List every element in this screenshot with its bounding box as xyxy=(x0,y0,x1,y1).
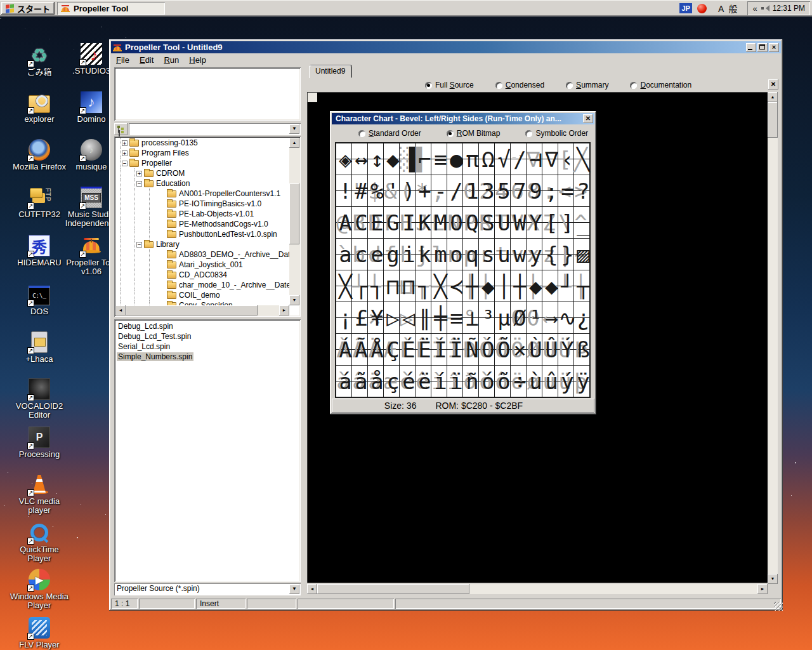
char-cell[interactable]: ! xyxy=(336,175,352,207)
tree-item[interactable]: PE-MethodsandCogs-v1.0 xyxy=(115,219,289,229)
char-cell[interactable]: ┘┌ xyxy=(352,270,368,302)
char-cell[interactable]: úû xyxy=(542,366,558,397)
close-button[interactable]: × xyxy=(769,43,779,52)
view-mode-documentation[interactable]: Documentation xyxy=(630,81,691,90)
scroll-right-icon[interactable]: ► xyxy=(757,584,768,594)
char-cell[interactable]: 01 xyxy=(463,175,479,207)
radio-icon[interactable] xyxy=(447,130,454,137)
char-cell[interactable]: 0Ø xyxy=(511,302,527,334)
expand-icon[interactable]: + xyxy=(122,140,128,146)
char-cell[interactable]: ⊓ xyxy=(384,270,400,302)
scroll-up-icon[interactable]: ▲ xyxy=(289,138,299,148)
char-cell[interactable]: àá xyxy=(336,366,352,397)
char-cell[interactable]: ¡ xyxy=(336,302,352,334)
tree-item[interactable]: PE-Lab-Objects-v1.01 xyxy=(115,209,289,219)
tree-horizontal-scrollbar[interactable]: ◄ ► xyxy=(115,305,289,315)
tree-item[interactable]: PushbuttonLedTest-v1.0.spin xyxy=(115,229,289,239)
radio-icon[interactable] xyxy=(425,82,432,89)
desktop-icon-windows-media-player[interactable]: ▶↗Windows Media Player xyxy=(9,569,70,610)
char-cell[interactable]: ÈÉ xyxy=(400,334,416,366)
char-cell[interactable]: îï xyxy=(447,366,463,397)
char-cell[interactable]: lm xyxy=(431,239,447,270)
char-cell[interactable]: RS xyxy=(479,207,495,239)
char-cell[interactable]: ìí xyxy=(431,366,447,397)
char-cell[interactable]: LM xyxy=(431,207,447,239)
chevron-down-icon[interactable]: ▼ xyxy=(289,124,299,134)
scroll-down-icon[interactable]: ▼ xyxy=(768,574,778,584)
scrollbar-thumb[interactable] xyxy=(768,102,778,138)
char-cell[interactable]: *+ xyxy=(416,175,431,207)
char-cell[interactable]: TU xyxy=(495,207,511,239)
tray-chevron[interactable]: « xyxy=(752,4,757,13)
char-cell[interactable]: µ xyxy=(495,302,511,334)
char-cell[interactable]: ³ xyxy=(479,302,495,334)
char-cell[interactable]: `a xyxy=(336,239,352,270)
char-cell[interactable]: ~▨ xyxy=(574,239,590,270)
char-cell[interactable]: Ö× xyxy=(511,334,527,366)
char-cell[interactable]: ╱╲ xyxy=(574,143,590,175)
char-cell[interactable]: 67 xyxy=(511,175,527,207)
char-cell[interactable]: ./ xyxy=(447,175,463,207)
editor-close-button[interactable]: ✕ xyxy=(768,79,778,90)
tree-item[interactable]: AN001-PropellerCountersv1.1 xyxy=(115,189,289,199)
desktop-icon-vlc-media-player[interactable]: ↗VLC media player xyxy=(9,474,70,515)
char-cell[interactable]: ⊔⊓ xyxy=(400,270,416,302)
char-cell[interactable]: ▷◁ xyxy=(400,302,416,334)
char-cell[interactable]: üý xyxy=(558,366,574,397)
char-cell[interactable]: &' xyxy=(384,175,400,207)
desktop-icon-dos[interactable]: C:\_↗DOS xyxy=(9,284,70,316)
title-bar[interactable]: Propeller Tool - Untitled9 × xyxy=(111,41,781,53)
collapse-icon[interactable]: − xyxy=(122,161,128,166)
char-cell[interactable]: ≺ xyxy=(447,270,463,302)
char-cell[interactable]: ┼◆ xyxy=(479,270,495,302)
tab-untitled9[interactable]: Untitled9 xyxy=(309,65,351,78)
char-cell[interactable]: ╪ xyxy=(431,302,447,334)
char-cell[interactable]: │◆ xyxy=(527,270,542,302)
char-cell[interactable]: ÊË xyxy=(416,334,431,366)
char-cell[interactable]: fg xyxy=(384,239,400,270)
radio-icon[interactable] xyxy=(525,130,532,137)
menu-file[interactable]: File xyxy=(111,54,134,66)
tree-item[interactable]: Atari_Joystick_001 xyxy=(115,260,289,270)
char-cell[interactable]: no xyxy=(447,239,463,270)
char-cell[interactable]: êë xyxy=(416,366,431,397)
desktop-icon-flv-player[interactable]: ↗FLV Player xyxy=(9,617,70,649)
expand-icon[interactable]: + xyxy=(136,171,142,176)
tree-item[interactable]: +CDROM xyxy=(115,168,289,178)
char-cell[interactable]: ┌┐ xyxy=(416,270,431,302)
char-cell[interactable]: BC xyxy=(352,207,368,239)
editor-vertical-scrollbar[interactable]: ▲ ▼ xyxy=(768,92,778,584)
char-cell[interactable]: ÌÍ xyxy=(431,334,447,366)
char-cell[interactable]: èé xyxy=(400,366,416,397)
scroll-left-icon[interactable]: ◄ xyxy=(115,305,126,315)
char-cell[interactable]: bc xyxy=(352,239,368,270)
char-cell[interactable]: 0¹ xyxy=(527,302,542,334)
char-cell[interactable]: $% xyxy=(368,175,384,207)
scroll-down-icon[interactable]: ▼ xyxy=(289,295,299,305)
scroll-right-icon[interactable]: ► xyxy=(279,305,289,315)
char-cell[interactable]: pq xyxy=(463,239,479,270)
char-cell[interactable]: ∿ xyxy=(558,302,574,334)
ime-language-badge[interactable]: JP xyxy=(679,3,691,13)
char-cell[interactable]: ôõ xyxy=(495,366,511,397)
char-cell[interactable]: │┼ xyxy=(463,270,479,302)
char-cell[interactable]: ↔ xyxy=(352,143,368,175)
char-cell[interactable]: ● xyxy=(447,143,463,175)
desktop-icon-processing[interactable]: P↗Processing xyxy=(9,427,70,459)
tree-item[interactable]: −Library xyxy=(115,239,289,249)
order-symbolic[interactable]: Symbolic Order xyxy=(525,129,588,138)
char-cell[interactable]: VW xyxy=(511,207,527,239)
char-cell[interactable]: tu xyxy=(495,239,511,270)
scrollbar-thumb[interactable] xyxy=(317,584,469,594)
dialog-title-bar[interactable]: Character Chart - Bevel: Left/Right Side… xyxy=(332,113,594,124)
char-cell[interactable]: @A xyxy=(336,207,352,239)
char-cell[interactable]: FG xyxy=(384,207,400,239)
tree-vertical-scrollbar[interactable]: ▲ ▼ xyxy=(289,138,299,305)
collapse-icon[interactable]: − xyxy=(136,242,142,248)
expand-icon[interactable]: + xyxy=(122,150,128,156)
char-cell[interactable]: ÎÏ xyxy=(447,334,463,366)
order-standard[interactable]: Standard Order xyxy=(358,129,421,138)
char-cell[interactable]: ÐÑ xyxy=(463,334,479,366)
char-cell[interactable]: rs xyxy=(479,239,495,270)
char-cell[interactable]: de xyxy=(368,239,384,270)
